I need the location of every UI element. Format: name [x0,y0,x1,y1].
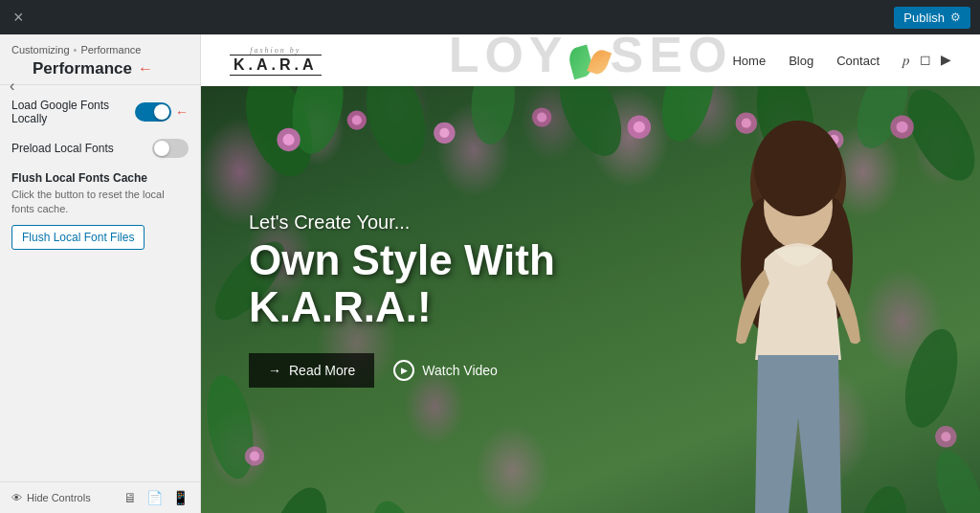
watch-video-button[interactable]: ▶ Watch Video [393,360,498,381]
flush-section: Flush Local Fonts Cache Click the button… [11,171,189,250]
preload-local-fonts-label: Preload Local Fonts [11,142,114,155]
woman-silhouette [693,86,903,513]
admin-bar-left: × [10,7,28,28]
nav-home[interactable]: Home [732,54,766,68]
site-preview: fashion by K.A.R.A LOYSEO Home Blog Cont… [201,34,980,513]
eye-icon: 👁 [11,492,22,503]
panel-title: Performance [33,59,132,78]
panel-red-arrow: ← [138,60,153,78]
flush-description: Click the button to reset the local font… [11,188,189,217]
publish-button[interactable]: Publish ⚙ [894,7,970,29]
nav-contact[interactable]: Contact [836,54,880,68]
hero-section: Let's Create Your... Own Style With K.A.… [201,86,980,513]
watermark-text-after: SEO [611,34,733,82]
panel-footer: 👁 Hide Controls 🖥 📄 📱 [0,481,200,513]
preload-local-fonts-toggle[interactable] [152,139,189,158]
watermark-leaf-orange-icon [587,48,612,78]
hide-controls[interactable]: 👁 Hide Controls [11,492,91,503]
social-icons: 𝑝 ◻ ▶ [902,52,951,69]
hero-title-line2: K.A.R.A.! [249,283,432,330]
site-logo: fashion by K.A.R.A [230,46,322,76]
toggle-red-arrow: ← [175,104,189,120]
panel-header: Customizing • Performance ‹ Performance … [0,34,200,85]
site-nav: Home Blog Contact 𝑝 ◻ ▶ [732,52,951,69]
hero-woman [674,86,923,513]
play-icon: ▶ [393,360,414,381]
customizer-panel: Customizing • Performance ‹ Performance … [0,34,201,513]
svg-point-41 [754,121,842,216]
read-more-button[interactable]: → Read More [249,353,374,388]
breadcrumb-separator: • [74,44,78,56]
instagram-icon[interactable]: ◻ [920,52,931,69]
panel-title-row: Performance ← [11,59,189,78]
setting-preload-local-fonts: Preload Local Fonts [11,139,189,158]
gear-icon: ⚙ [950,11,961,24]
desktop-icon[interactable]: 🖥 [123,490,137,505]
publish-label: Publish [903,11,945,25]
toggle-track-on [135,102,171,122]
load-google-fonts-toggle[interactable] [135,102,171,122]
site-header: fashion by K.A.R.A LOYSEO Home Blog Cont… [201,34,980,86]
watch-label: Watch Video [422,363,498,378]
logo-name: K.A.R.A [230,55,322,76]
hero-title: Own Style With K.A.R.A.! [249,237,555,330]
toggle-track-off [152,139,189,158]
watermark-leaf-green-icon [567,45,595,80]
mobile-icon[interactable]: 📱 [172,490,189,505]
breadcrumb: Customizing • Performance [11,44,189,56]
breadcrumb-page: Performance [80,44,141,56]
publish-group: Publish ⚙ [894,7,970,29]
hide-controls-label: Hide Controls [27,492,91,503]
back-button[interactable]: ‹ [8,77,16,96]
readmore-arrow: → [268,363,281,378]
setting-load-google-fonts: Load Google Fonts Locally ← [11,99,189,125]
panel-content: Load Google Fonts Locally ← Preload Loca… [0,85,200,481]
youtube-icon[interactable]: ▶ [941,52,951,69]
toggle-thumb [154,104,169,120]
watermark-text-before: LOY [449,34,568,82]
admin-bar: × Publish ⚙ [0,0,980,34]
breadcrumb-customizing: Customizing [11,44,70,56]
tablet-icon[interactable]: 📄 [146,490,163,505]
pinterest-icon[interactable]: 𝑝 [902,52,910,69]
toggle-thumb-2 [154,141,169,156]
close-button[interactable]: × [10,7,28,28]
hero-content: Let's Create Your... Own Style With K.A.… [201,173,603,426]
hero-title-line1: Own Style With [249,236,555,283]
nav-blog[interactable]: Blog [789,54,813,68]
flush-title: Flush Local Fonts Cache [11,171,189,185]
watermark: LOYSEO [449,34,733,83]
flush-button[interactable]: Flush Local Font Files [11,225,145,250]
main-layout: Customizing • Performance ‹ Performance … [0,34,980,513]
logo-tagline: fashion by [250,46,301,55]
hero-buttons: → Read More ▶ Watch Video [249,353,555,388]
hero-sub-heading: Let's Create Your... [249,212,555,234]
device-icons: 🖥 📄 📱 [123,490,189,505]
readmore-label: Read More [289,363,355,378]
load-google-fonts-toggle-group: ← [135,102,189,122]
load-google-fonts-label: Load Google Fonts Locally [11,99,135,125]
